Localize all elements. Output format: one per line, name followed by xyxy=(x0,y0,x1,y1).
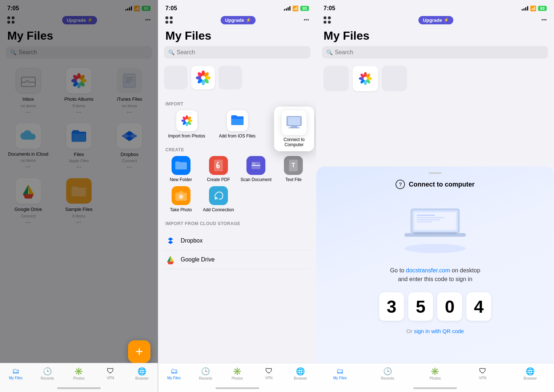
cloud-gdrive[interactable]: Google Drive xyxy=(164,251,310,269)
svg-rect-67 xyxy=(417,215,435,216)
search-icon-2: 🔍 xyxy=(168,49,174,55)
gdrive-list-icon xyxy=(165,255,176,264)
help-icon[interactable]: ? xyxy=(396,180,405,189)
dots-icon-2[interactable] xyxy=(165,16,173,24)
page-title-3: My Files xyxy=(316,28,554,46)
tab-recents[interactable]: 🕒 Recents xyxy=(32,367,63,380)
search-bar-2[interactable]: 🔍 xyxy=(164,46,310,59)
svg-point-36 xyxy=(185,119,188,122)
tab-vpn[interactable]: 🛡 VPN xyxy=(95,367,126,380)
connect-link[interactable]: docstransfer.com xyxy=(406,267,450,273)
text-file-label: Text File xyxy=(285,177,302,182)
scan-document-icon xyxy=(246,156,265,175)
tab2-recents-icon: 🕒 xyxy=(201,367,210,376)
tab3-browser-label: Browser xyxy=(523,376,537,380)
cloud-dropbox[interactable]: Dropbox xyxy=(164,231,310,251)
more-button-2[interactable]: ··· xyxy=(304,15,309,25)
code-digit-4: 4 xyxy=(466,292,491,321)
panel-1: 7:05 📶 93 Upgrade ⚡ ··· My Files 🔍 xyxy=(0,0,158,392)
search-bar-3[interactable]: 🔍 xyxy=(322,46,548,59)
new-folder-icon xyxy=(172,156,190,175)
svg-rect-70 xyxy=(417,221,432,223)
action-scan-document[interactable]: Scan Document xyxy=(239,156,273,182)
code-digit-3: 0 xyxy=(437,292,462,321)
tab2-my-files[interactable]: 🗂 My Files xyxy=(158,367,190,380)
connect-instructions: Go to xyxy=(390,267,406,273)
action-create-pdf[interactable]: Create PDF xyxy=(201,156,235,182)
signal-icon-2 xyxy=(284,6,290,11)
more-button-3[interactable]: ··· xyxy=(541,15,547,25)
import-photos-label: Import from Photos xyxy=(168,133,205,139)
qr-link[interactable]: sign in with QR code xyxy=(414,328,464,334)
search-input-3[interactable] xyxy=(335,49,544,56)
fab-button[interactable]: + xyxy=(128,340,150,363)
tab-photos-icon: ✳️ xyxy=(74,367,83,376)
battery-3: 93 xyxy=(538,6,547,11)
tab3-myfiles-label: My Files xyxy=(333,376,347,380)
dots-icon-3[interactable] xyxy=(324,16,331,24)
action-new-folder[interactable]: New Folder xyxy=(164,156,198,182)
tab2-vpn[interactable]: 🛡 VPN xyxy=(253,367,285,380)
time-2: 7:05 xyxy=(165,5,177,12)
tab2-vpn-label: VPN xyxy=(265,376,273,380)
laptop-svg xyxy=(395,198,475,256)
qr-link-container: Or sign in with QR code xyxy=(325,328,545,334)
svg-rect-44 xyxy=(252,163,255,165)
status-icons-3: 📶 93 xyxy=(522,5,547,11)
action-sheet: IMPORT xyxy=(158,93,316,276)
ios-files-icon xyxy=(227,110,248,131)
tab-myfiles-icon: 🗂 xyxy=(12,367,19,375)
connect-modal: ? Connect to computer xyxy=(316,167,554,392)
tab2-myfiles-label: My Files xyxy=(167,376,181,380)
connect-computer-icon xyxy=(282,110,306,135)
tab-browser[interactable]: 🌐 Browser xyxy=(126,367,158,380)
tab2-browser-label: Browser xyxy=(294,376,307,380)
top-bar-3: Upgrade ⚡ ··· xyxy=(316,14,554,28)
tab3-browser[interactable]: 🌐 Browser xyxy=(506,367,554,380)
svg-rect-71 xyxy=(414,232,457,234)
add-connection-icon xyxy=(209,186,228,205)
take-photo-icon xyxy=(172,186,190,205)
panel-3: 7:05 📶 93 Upgrade ⚡ ··· My Files 🔍 xyxy=(316,0,554,392)
dropbox-list-icon xyxy=(165,236,176,246)
action-add-connection[interactable]: Add Connection xyxy=(201,186,235,212)
status-bar-3: 7:05 📶 93 xyxy=(316,0,554,14)
search-input-2[interactable] xyxy=(177,49,306,56)
code-digit-2: 5 xyxy=(408,292,433,321)
svg-point-49 xyxy=(180,195,182,198)
signal-icon-3 xyxy=(522,6,528,11)
import-grid: Import from Photos Add from iOS Files xyxy=(164,110,310,139)
tab2-photos[interactable]: ✳️ Photos xyxy=(221,367,253,380)
action-connect-computer[interactable]: Connect to Computer xyxy=(274,107,314,151)
upgrade-button-2[interactable]: Upgrade ⚡ xyxy=(221,16,256,24)
tab-vpn-label: VPN xyxy=(107,376,115,380)
tab3-vpn[interactable]: 🛡 VPN xyxy=(459,367,506,380)
home-indicator-2 xyxy=(216,387,259,389)
tab3-photos-label: Photos xyxy=(429,376,441,380)
tab-photos[interactable]: ✳️ Photos xyxy=(63,367,95,380)
tab3-recents-label: Recents xyxy=(381,376,394,380)
tab2-browser-icon: 🌐 xyxy=(296,367,305,376)
svg-rect-40 xyxy=(289,127,300,128)
action-import-photos[interactable]: Import from Photos xyxy=(164,110,209,139)
svg-point-61 xyxy=(364,77,367,80)
tab-my-files[interactable]: 🗂 My Files xyxy=(0,367,32,380)
tab3-my-files[interactable]: 🗂 My Files xyxy=(316,367,364,380)
action-ios-files[interactable]: Add from iOS Files xyxy=(214,110,260,139)
connect-computer-label: Connect to Computer xyxy=(276,137,312,148)
tab2-browser[interactable]: 🌐 Browser xyxy=(285,367,316,380)
tab3-recents[interactable]: 🕒 Recents xyxy=(364,367,412,380)
home-indicator-3 xyxy=(413,387,457,389)
action-text-file[interactable]: T Text File xyxy=(277,156,310,182)
code-digit-1: 3 xyxy=(379,292,404,321)
action-take-photo[interactable]: Take Photo xyxy=(164,186,198,212)
tab2-recents[interactable]: 🕒 Recents xyxy=(190,367,221,380)
tab3-vpn-label: VPN xyxy=(479,376,487,380)
new-folder-label: New Folder xyxy=(170,177,192,182)
take-photo-label: Take Photo xyxy=(170,207,192,212)
wifi-icon-3: 📶 xyxy=(530,5,536,11)
import-photos-icon xyxy=(176,110,197,131)
tab3-photos[interactable]: ✳️ Photos xyxy=(412,367,459,380)
tab2-photos-icon: ✳️ xyxy=(233,367,242,376)
upgrade-button-3[interactable]: Upgrade ⚡ xyxy=(418,16,453,24)
